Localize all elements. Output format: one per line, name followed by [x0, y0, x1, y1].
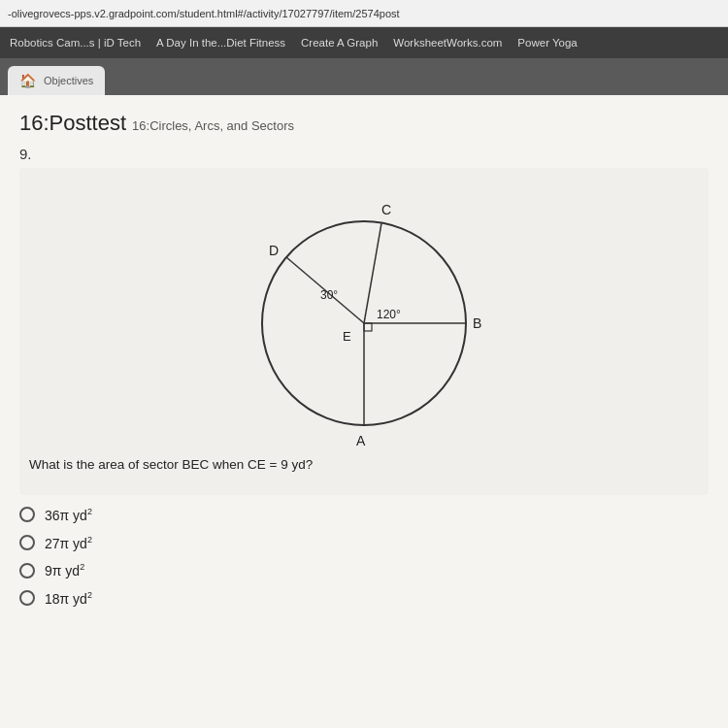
page-title: 16:Posttest16:Circles, Arcs, and Sectors [19, 111, 709, 136]
label-e: E [343, 329, 351, 344]
page-content: 16:Posttest16:Circles, Arcs, and Sectors… [0, 95, 728, 728]
answer-option-a[interactable]: 36π yd2 [19, 507, 709, 523]
bookmark-create-graph[interactable]: Create A Graph [301, 37, 378, 49]
question-area: C D B A E 30° 120° What is the area of s… [19, 168, 709, 495]
tab-bar: 🏠 Objectives [0, 58, 728, 95]
radio-c[interactable] [19, 563, 35, 579]
radio-a[interactable] [19, 507, 35, 522]
answer-label-d: 18π yd2 [45, 590, 92, 607]
answer-label-b: 27π yd2 [45, 535, 92, 551]
bookmarks-bar: Robotics Cam...s | iD Tech A Day In the.… [0, 27, 728, 58]
tab-label: Objectives [44, 75, 93, 86]
answer-label-a: 36π yd2 [45, 507, 92, 523]
radio-b[interactable] [19, 535, 35, 550]
bookmark-day[interactable]: A Day In the...Diet Fitness [156, 37, 285, 49]
home-icon: 🏠 [19, 73, 36, 88]
address-bar: -olivegrovecs-pps.v2.gradpoint.com/stude… [0, 0, 728, 27]
label-a: A [356, 433, 366, 448]
bookmark-worksheetworks[interactable]: WorksheetWorks.com [393, 37, 502, 49]
radio-d[interactable] [19, 590, 35, 606]
answer-option-c[interactable]: 9π yd2 [19, 562, 709, 579]
answer-option-d[interactable]: 18π yd2 [19, 590, 709, 607]
bookmark-robotics[interactable]: Robotics Cam...s | iD Tech [10, 37, 141, 49]
page-subtitle: 16:Circles, Arcs, and Sectors [132, 118, 294, 133]
svg-rect-5 [364, 323, 372, 331]
question-text: What is the area of sector BEC when CE =… [29, 457, 699, 472]
label-d: D [269, 243, 279, 258]
active-tab[interactable]: 🏠 Objectives [8, 66, 105, 95]
bookmark-power-yoga[interactable]: Power Yoga [517, 37, 577, 49]
label-c: C [381, 202, 391, 217]
diagram-container: C D B A E 30° 120° [29, 178, 699, 449]
question-number: 9. [19, 146, 709, 162]
angle-30: 30° [320, 288, 338, 302]
circle-diagram: C D B A E 30° 120° [228, 178, 500, 449]
answer-label-c: 9π yd2 [45, 562, 84, 579]
url-text: -olivegrovecs-pps.v2.gradpoint.com/stude… [8, 8, 400, 19]
label-b: B [473, 315, 481, 331]
angle-120: 120° [377, 308, 401, 321]
answer-option-b[interactable]: 27π yd2 [19, 535, 709, 551]
